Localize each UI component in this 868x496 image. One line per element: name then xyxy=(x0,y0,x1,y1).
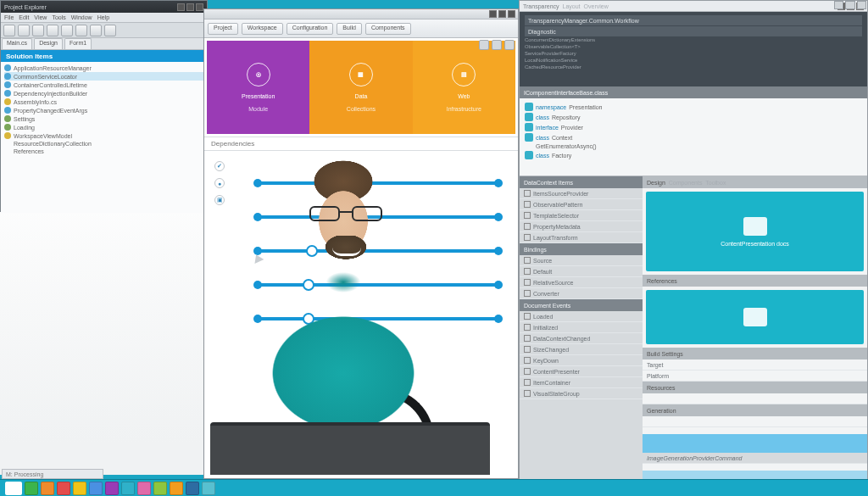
properties-titlebar[interactable]: Transparency Layout Overview xyxy=(520,1,867,12)
checkbox-icon[interactable] xyxy=(524,257,531,264)
property-row[interactable]: Initialized xyxy=(520,322,643,333)
menu-item[interactable]: Window xyxy=(71,14,92,20)
property-row[interactable]: VisualStateGroup xyxy=(520,388,643,399)
tile-card[interactable]: ▦DataCollections xyxy=(309,41,412,134)
property-row[interactable]: ObservablePattern xyxy=(520,199,643,210)
tool-save-icon[interactable] xyxy=(32,25,44,36)
tree-item[interactable]: ContainerControlledLifetime xyxy=(4,81,203,89)
taskbar-app-icon[interactable] xyxy=(202,482,215,495)
group-header[interactable]: Build Settings xyxy=(643,348,867,359)
property-row[interactable]: ItemContainer xyxy=(520,377,643,388)
tab-item[interactable]: Form1 xyxy=(64,38,92,49)
property-row[interactable]: PropertyMetadata xyxy=(520,221,643,232)
taskbar-app-icon[interactable] xyxy=(137,482,151,495)
taskbar-app-icon[interactable] xyxy=(170,482,183,495)
property-row[interactable]: SizeChanged xyxy=(520,344,643,355)
tab-item[interactable]: Toolbox xyxy=(705,180,726,186)
code-line[interactable]: GetEnumeratorAsync() xyxy=(525,142,862,150)
checkbox-icon[interactable] xyxy=(524,212,531,219)
property-row[interactable]: KeyDown xyxy=(520,355,643,366)
property-row[interactable]: Default xyxy=(520,266,643,277)
tool-config-icon[interactable] xyxy=(104,25,116,36)
group-header[interactable]: Bindings xyxy=(520,243,643,255)
tree-item[interactable]: CommonServiceLocator xyxy=(4,72,203,81)
checkbox-icon[interactable] xyxy=(524,368,531,375)
taskbar-app-icon[interactable] xyxy=(105,482,119,495)
taskbar-app-icon[interactable] xyxy=(186,482,199,495)
checkbox-icon[interactable] xyxy=(524,357,531,364)
property-row[interactable]: ItemsSourceProvider xyxy=(520,188,643,199)
taskbar-app-icon[interactable] xyxy=(57,482,70,495)
tab-item[interactable]: Main.cs xyxy=(2,38,32,49)
minimize-button[interactable] xyxy=(177,3,185,11)
property-row[interactable]: Loaded xyxy=(520,311,643,322)
code-line[interactable]: class Repository xyxy=(525,112,862,122)
taskbar-app-icon[interactable] xyxy=(73,482,86,495)
code-line[interactable]: namespace Presentation xyxy=(525,102,862,112)
menu-item[interactable]: Help xyxy=(97,14,109,20)
teal-card-document[interactable]: ContentPresentation docs xyxy=(646,192,864,271)
taskbar-app-icon[interactable] xyxy=(41,482,54,495)
property-row[interactable]: Platform xyxy=(643,371,867,382)
menu-item[interactable]: View xyxy=(34,14,47,20)
toolbar-button[interactable]: Build xyxy=(337,23,362,35)
maximize-button[interactable] xyxy=(498,10,506,18)
settings-icon[interactable] xyxy=(504,40,515,50)
checkbox-icon[interactable] xyxy=(524,335,531,342)
checkbox-icon[interactable] xyxy=(524,379,531,386)
property-row[interactable]: LayoutTransform xyxy=(520,232,643,243)
tree-item[interactable]: ApplicationResourceManager xyxy=(4,64,203,72)
taskbar-app-icon[interactable] xyxy=(121,482,135,495)
tree-item[interactable]: AssemblyInfo.cs xyxy=(4,98,203,106)
taskbar[interactable] xyxy=(0,479,868,496)
taskbar-app-icon[interactable] xyxy=(25,482,38,495)
property-row[interactable]: RelativeSource xyxy=(520,277,643,288)
property-row[interactable]: Target xyxy=(643,359,867,371)
checkbox-icon[interactable] xyxy=(524,223,531,230)
group-header[interactable]: Generation xyxy=(643,404,867,416)
tree-item[interactable]: ResourceDictionaryCollection xyxy=(4,140,203,148)
zoom-icon[interactable] xyxy=(492,40,502,50)
taskbar-app-icon[interactable] xyxy=(153,482,167,495)
toolbar-button[interactable]: Workspace xyxy=(242,23,283,35)
minimize-button[interactable] xyxy=(834,1,843,9)
checkbox-icon[interactable] xyxy=(524,268,531,275)
titlebar-tab[interactable]: Overview xyxy=(584,3,609,9)
checkbox-icon[interactable] xyxy=(524,190,531,197)
toolbar-button[interactable]: Project xyxy=(208,23,238,35)
tool-undo-icon[interactable] xyxy=(47,25,58,36)
menu-item[interactable]: Edit xyxy=(19,14,29,20)
property-row[interactable] xyxy=(643,393,867,404)
tool-open-icon[interactable] xyxy=(18,25,30,36)
tree-item[interactable]: Loading xyxy=(4,123,203,131)
minimize-button[interactable] xyxy=(489,10,497,18)
property-row[interactable] xyxy=(643,416,867,427)
tab-item[interactable]: Components xyxy=(669,180,703,186)
tree-item[interactable]: WorkspaceViewModel xyxy=(4,131,203,140)
group-header[interactable]: DataContext Items xyxy=(520,176,643,188)
tool-new-icon[interactable] xyxy=(3,25,15,36)
close-button[interactable] xyxy=(508,10,515,18)
maximize-button[interactable] xyxy=(845,1,854,9)
checkbox-icon[interactable] xyxy=(524,290,531,297)
checkbox-icon[interactable] xyxy=(524,279,531,286)
property-row[interactable]: ContentPresenter xyxy=(520,366,643,377)
titlebar-tab[interactable]: Layout xyxy=(563,3,581,9)
tool-stop-icon[interactable] xyxy=(90,25,102,36)
property-row[interactable]: Converter xyxy=(520,288,643,299)
maximize-button[interactable] xyxy=(186,3,194,11)
taskbar-app-icon[interactable] xyxy=(89,482,103,495)
close-button[interactable] xyxy=(857,1,866,9)
toolbar-button[interactable]: Configuration xyxy=(287,23,334,35)
tool-redo-icon[interactable] xyxy=(61,25,73,36)
code-line[interactable]: class Context xyxy=(525,132,862,142)
tree-item[interactable]: Settings xyxy=(4,114,203,123)
menu-item[interactable]: File xyxy=(4,14,14,20)
checkbox-icon[interactable] xyxy=(524,346,531,353)
dark-row[interactable]: TransparencyManager.Common.Workflow xyxy=(525,15,862,25)
teal-card-storage[interactable] xyxy=(646,290,864,344)
menu-item[interactable]: Tools xyxy=(52,14,65,20)
ide-titlebar[interactable]: Project Explorer xyxy=(1,1,207,13)
tab-small[interactable]: References xyxy=(643,275,867,287)
tile-card[interactable]: ▤WebInfrastructure xyxy=(413,41,515,134)
